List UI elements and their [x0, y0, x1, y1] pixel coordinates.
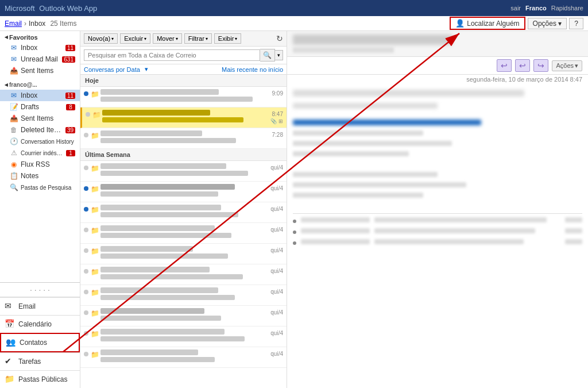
sidebar-item-inbox[interactable]: ✉ Inbox 11 [0, 90, 80, 101]
sort-bar: Conversas por Data ▾ Mais recente no iní… [80, 64, 287, 75]
opcoes-button[interactable]: Opções ▾ [528, 18, 567, 29]
unread-mail-icon: ✉ [9, 55, 18, 63]
search-options-button[interactable]: ▾ [275, 50, 283, 60]
quoted-text [374, 228, 535, 233]
novo-button[interactable]: Novo(a) ▾ [84, 33, 118, 44]
table-row[interactable]: 📁 9:09 [80, 87, 287, 107]
sidebar-item-rss[interactable]: ◉ Flux RSS [0, 159, 80, 170]
body-line [293, 90, 524, 97]
reading-pane-header [287, 31, 588, 57]
acoes-button[interactable]: Ações ▾ [552, 60, 582, 71]
table-row[interactable]: 📁 8:47 📎 ⊞ [80, 107, 287, 128]
search-input[interactable] [84, 49, 260, 61]
table-row[interactable]: 📁 qui/4 [80, 285, 287, 306]
sender-name [100, 163, 226, 169]
mover-button[interactable]: Mover ▾ [153, 33, 182, 44]
table-row[interactable]: 📁 qui/4 [80, 202, 287, 223]
table-row[interactable]: 📁 qui/4 [80, 264, 287, 285]
favorites-sent-label: Sent Items [21, 67, 75, 75]
email-subject-preview [100, 274, 243, 279]
sidebar-item-junk[interactable]: ⚠ Courrier indésirable 1 [0, 147, 80, 159]
quoted-row [293, 217, 582, 225]
exibir-button[interactable]: Exibir ▾ [214, 33, 242, 44]
sidebar-item-deleted[interactable]: 🗑 Deleted Items 39 [0, 124, 80, 136]
body-section-2 [293, 172, 582, 201]
sort-label[interactable]: Conversas por Data [84, 66, 140, 73]
email-content [100, 349, 268, 362]
main-content: ◂ Favoritos ✉ Inbox 11 ✉ Unread Mail 631… [0, 31, 588, 388]
table-row[interactable]: 📁 qui/4 [80, 326, 287, 347]
help-button[interactable]: ? [569, 18, 583, 29]
conversation-history-label: Conversation History [21, 139, 75, 145]
contacts-nav-icon: 👥 [6, 337, 16, 348]
nav-section: · · · · · ✉ Email 📅 Calendário 👥 Contato… [0, 282, 80, 388]
reply-icon: ↩ [501, 61, 508, 70]
table-row[interactable]: 📁 qui/4 [80, 182, 287, 202]
email-content [100, 329, 268, 341]
sender-name [100, 329, 225, 335]
breadcrumb-email[interactable]: Email [5, 20, 22, 28]
user-area: sair Franco Rapidshare [510, 5, 583, 11]
dot [84, 310, 88, 315]
quoted-text [374, 217, 547, 222]
search-folders-label: Pastas de Pesquisa [21, 185, 75, 191]
reply-all-button[interactable]: ↩ [515, 59, 530, 72]
sender-name [100, 308, 204, 314]
opcoes-arrow-icon: ▾ [558, 20, 562, 28]
table-row[interactable]: 📁 qui/4 [80, 306, 287, 326]
sidebar-item-favorites-sent[interactable]: 📤 Sent Items [0, 65, 80, 76]
nav-calendario[interactable]: 📅 Calendário [0, 315, 80, 333]
sidebar-item-favorites-inbox[interactable]: ✉ Inbox 11 [0, 42, 80, 53]
email-time: qui/4 [270, 225, 283, 233]
email-time: qui/4 [270, 287, 283, 295]
sidebar-item-search-folders[interactable]: 🔍 Pastas de Pesquisa [0, 182, 80, 193]
person-search-icon: 👤 [455, 19, 465, 28]
nav-email[interactable]: ✉ Email [0, 297, 80, 315]
favorites-section[interactable]: ◂ Favoritos [0, 31, 80, 42]
nav-tarefas[interactable]: ✔ Tarefas [0, 352, 80, 370]
nav-contatos[interactable]: 👥 Contatos [0, 333, 80, 352]
table-row[interactable]: 📁 qui/4 [80, 161, 287, 182]
sidebar-item-drafts[interactable]: 📝 Drafts 8 [0, 101, 80, 113]
reply-button[interactable]: ↩ [497, 59, 512, 72]
dot [84, 331, 88, 336]
filtrar-button[interactable]: Filtrar ▾ [184, 33, 212, 44]
email-time: qui/4 [270, 329, 283, 336]
sidebar-item-sent-items[interactable]: 📤 Sent Items [0, 113, 80, 124]
drafts-icon: 📝 [9, 103, 18, 111]
nav-public-folders[interactable]: 📁 Pastas Públicas [0, 370, 80, 388]
user-name-link[interactable]: Franco [525, 5, 547, 11]
body-subtext [293, 130, 423, 136]
quoted-time [565, 228, 582, 233]
dot [84, 290, 88, 294]
sidebar-item-unread-mail[interactable]: ✉ Unread Mail 631 [0, 53, 80, 65]
sidebar: ◂ Favoritos ✉ Inbox 11 ✉ Unread Mail 631… [0, 31, 80, 388]
account-section[interactable]: ◂ franco@... [0, 79, 80, 90]
localizar-label: Localizar Alguém [467, 20, 519, 28]
favorites-inbox-label: Inbox [21, 44, 63, 52]
sidebar-item-notes[interactable]: 📋 Notes [0, 170, 80, 182]
email-folder-icon: 📁 [91, 289, 99, 297]
sair-link[interactable]: sair [510, 5, 521, 11]
sender-name [100, 225, 215, 231]
table-row[interactable]: 📁 qui/4 [80, 347, 287, 368]
sort-order[interactable]: Mais recente no início [222, 66, 283, 73]
forward-button[interactable]: ↪ [533, 59, 548, 72]
sender-name [100, 184, 235, 190]
table-row[interactable]: 📁 qui/4 [80, 244, 287, 264]
localizar-alguem-button[interactable]: 👤 Localizar Alguém [450, 17, 525, 30]
refresh-button[interactable]: ↻ [276, 34, 283, 43]
excluir-button[interactable]: Excluir ▾ [120, 33, 150, 44]
table-row[interactable]: 📁 7:28 [80, 128, 287, 149]
drafts-label: Drafts [21, 103, 64, 111]
rapidshare-link[interactable]: Rapidshare [551, 5, 583, 11]
search-button[interactable]: 🔍 [260, 49, 275, 62]
email-subject-preview [100, 316, 221, 321]
email-time: 8:47 📎 ⊞ [270, 110, 283, 124]
table-row[interactable]: 📁 qui/4 [80, 223, 287, 244]
sidebar-item-conversation-history[interactable]: 🕐 Conversation History [0, 136, 80, 147]
expand-icon [293, 241, 296, 245]
app-logo: Microsoft Outlook Web App [5, 4, 97, 13]
email-time: qui/4 [270, 349, 283, 357]
excluir-arrow-icon: ▾ [144, 36, 146, 41]
